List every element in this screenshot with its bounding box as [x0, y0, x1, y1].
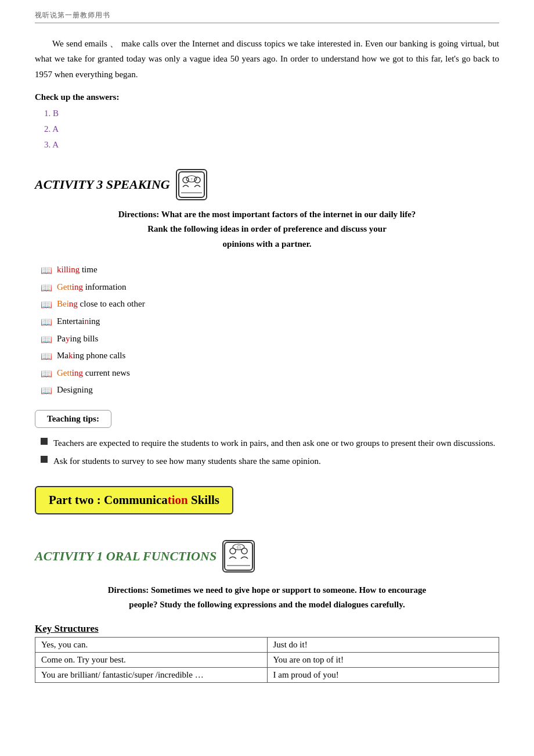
- list-item-highlight-3: Bei: [57, 299, 69, 308]
- directions-label: Directions:: [118, 210, 161, 219]
- book-icon-8: 📖: [41, 382, 52, 399]
- part-two-highlight: tion: [168, 493, 188, 507]
- table-row: Come on. Try your best. You are on top o…: [35, 652, 499, 667]
- oral-functions-icon: 💬: [222, 540, 255, 573]
- list-item-highlight-7: Gett: [57, 368, 72, 377]
- activity3-directions: Directions: What are the most important …: [35, 207, 499, 252]
- part-two-box: Part two : Communication Skills: [35, 486, 233, 514]
- activity3-header: ACTIVITY 3 SPEAKING ?: [35, 169, 499, 200]
- check-answers-section: Check up the answers: 1. B 2. A 3. A: [35, 92, 499, 153]
- list-item-highlight-5: y: [66, 334, 70, 343]
- speaking-icon: ?: [176, 169, 207, 200]
- teaching-tips-label: Teaching tips:: [47, 414, 99, 423]
- key-structures-title: Key Structures: [35, 623, 499, 635]
- book-icon-4: 📖: [41, 314, 52, 331]
- activity1-title: ACTIVITY 1 ORAL FUNCTIONS: [35, 549, 217, 564]
- check-answers-label: Check up the answers:: [35, 92, 499, 102]
- table-cell: Come on. Try your best.: [35, 652, 268, 667]
- answer-1: 1. B: [44, 106, 499, 121]
- bullet-item-1: Teachers are expected to require the stu…: [41, 436, 499, 451]
- book-icon-6: 📖: [41, 348, 52, 365]
- list-item: 📖 Getting information: [41, 279, 499, 297]
- bullet-icon-1: [41, 438, 48, 445]
- key-structures-table: Yes, you can. Just do it! Come on. Try y…: [35, 637, 499, 683]
- svg-text:?: ?: [190, 177, 192, 182]
- list-item-highlight-1: killing: [57, 265, 80, 274]
- activity3-list: 📖 killing time 📖 Getting information 📖 B…: [41, 262, 499, 399]
- list-item: 📖 Getting current news: [41, 365, 499, 383]
- book-icon-2: 📖: [41, 279, 52, 297]
- key-structures-section: Key Structures Yes, you can. Just do it!…: [35, 623, 499, 683]
- bullet-text-1: Teachers are expected to require the stu…: [53, 436, 495, 451]
- list-item: 📖 Entertaining: [41, 314, 499, 331]
- list-item: 📖 killing time: [41, 262, 499, 279]
- bullet-list: Teachers are expected to require the stu…: [41, 436, 499, 469]
- answer-3: 3. A: [44, 137, 499, 153]
- part-two-pre: Part two : Communica: [49, 493, 168, 507]
- answer-2: 2. A: [44, 121, 499, 137]
- header-title: 视听说第一册教师用书: [35, 10, 110, 20]
- table-cell: Just do it!: [267, 637, 499, 652]
- page: 视听说第一册教师用书 We send emails 、 make calls o…: [0, 0, 534, 756]
- list-item: 📖 Paying bills: [41, 331, 499, 348]
- book-icon-1: 📖: [41, 262, 52, 279]
- part-two-section: Part two : Communication Skills: [35, 480, 499, 527]
- bullet-item-2: Ask for students to survey to see how ma…: [41, 454, 499, 469]
- table-row: You are brilliant/ fantastic/super /incr…: [35, 667, 499, 682]
- list-item: 📖 Designing: [41, 382, 499, 399]
- list-item-highlight-6: k: [68, 351, 73, 360]
- activity1-header: ACTIVITY 1 ORAL FUNCTIONS 💬: [35, 540, 499, 573]
- part-two-post: Skills: [188, 493, 219, 507]
- table-cell: You are brilliant/ fantastic/super /incr…: [35, 667, 268, 682]
- teaching-tips-box: Teaching tips:: [35, 410, 111, 428]
- table-cell: Yes, you can.: [35, 637, 268, 652]
- svg-text:💬: 💬: [237, 545, 241, 550]
- book-icon-5: 📖: [41, 331, 52, 348]
- header-bar: 视听说第一册教师用书: [35, 10, 499, 23]
- activity1-directions: Directions: Sometimes we need to give ho…: [35, 583, 499, 613]
- book-icon-7: 📖: [41, 365, 52, 383]
- bullet-icon-2: [41, 456, 48, 463]
- activity3-title: ACTIVITY 3 SPEAKING: [35, 177, 170, 192]
- directions-label-2: Directions:: [108, 585, 151, 595]
- table-cell: I am proud of you!: [267, 667, 499, 682]
- intro-text: We send emails 、 make calls over the Int…: [35, 36, 499, 82]
- list-item: 📖 Making phone calls: [41, 348, 499, 365]
- list-item-highlight-2: Gett: [57, 282, 72, 291]
- list-item: 📖 Being close to each other: [41, 296, 499, 314]
- book-icon-3: 📖: [41, 296, 52, 314]
- table-row: Yes, you can. Just do it!: [35, 637, 499, 652]
- bullet-text-2: Ask for students to survey to see how ma…: [53, 454, 321, 469]
- list-item-highlight-4: n: [84, 316, 89, 326]
- table-cell: You are on top of it!: [267, 652, 499, 667]
